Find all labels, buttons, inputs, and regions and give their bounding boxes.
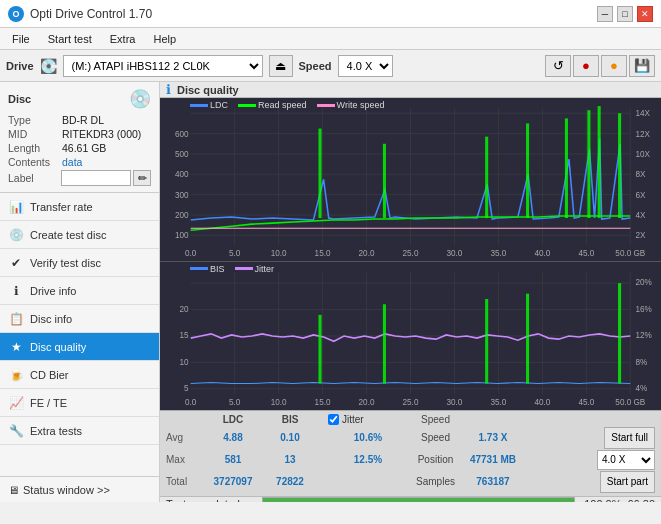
menu-bar: File Start test Extra Help — [0, 28, 661, 50]
bis-legend-color — [190, 267, 208, 270]
avg-bis: 0.10 — [264, 432, 316, 443]
samples-label: Samples — [408, 476, 463, 487]
svg-rect-68 — [485, 299, 488, 384]
svg-text:0.0: 0.0 — [185, 396, 197, 406]
fe-te-icon: 📈 — [8, 395, 24, 411]
menu-start-test[interactable]: Start test — [40, 31, 100, 47]
jitter-legend-color — [235, 267, 253, 270]
start-part-button[interactable]: Start part — [600, 471, 655, 493]
svg-text:25.0: 25.0 — [403, 396, 419, 406]
sidebar-item-create-test-disc[interactable]: 💿 Create test disc — [0, 221, 159, 249]
drive-info-icon: ℹ — [8, 283, 24, 299]
maximize-button[interactable]: □ — [617, 6, 633, 22]
svg-text:200: 200 — [175, 211, 189, 220]
jitter-label: Jitter — [342, 414, 364, 425]
status-window-icon: 🖥 — [8, 484, 19, 496]
svg-text:45.0: 45.0 — [578, 396, 594, 406]
verify-test-disc-icon: ✔ — [8, 255, 24, 271]
save-button[interactable]: 💾 — [629, 55, 655, 77]
sidebar-item-transfer-rate[interactable]: 📊 Transfer rate — [0, 193, 159, 221]
svg-text:10: 10 — [180, 356, 189, 366]
disc-red-button[interactable]: ● — [573, 55, 599, 77]
sidebar-item-drive-info[interactable]: ℹ Drive info — [0, 277, 159, 305]
sidebar-item-verify-test-disc[interactable]: ✔ Verify test disc — [0, 249, 159, 277]
speed-value: 1.73 X — [463, 432, 523, 443]
svg-text:40.0: 40.0 — [534, 396, 550, 406]
svg-rect-47 — [587, 110, 590, 218]
mid-value: RITEKDR3 (000) — [62, 128, 141, 140]
svg-text:2X: 2X — [635, 231, 646, 240]
svg-text:20%: 20% — [635, 277, 652, 287]
extra-tests-label: Extra tests — [30, 425, 82, 437]
disc-quality-icon: ★ — [8, 339, 24, 355]
svg-text:12%: 12% — [635, 330, 652, 340]
svg-rect-66 — [318, 315, 321, 384]
stats-speed-dropdown[interactable]: 4.0 X — [597, 450, 655, 470]
read-speed-legend: Read speed — [238, 100, 307, 110]
bottom-chart: BIS Jitter — [160, 262, 661, 410]
progress-percent: 100.0% — [581, 498, 621, 502]
avg-row-label: Avg — [166, 432, 202, 443]
disc-panel-icon: 💿 — [129, 88, 151, 110]
type-value: BD-R DL — [62, 114, 104, 126]
start-full-button[interactable]: Start full — [604, 427, 655, 449]
menu-file[interactable]: File — [4, 31, 38, 47]
svg-rect-44 — [485, 137, 488, 218]
create-test-disc-icon: 💿 — [8, 227, 24, 243]
bottom-chart-svg: 5 10 15 20 4% 8% 12% 16% 20% 0.0 5.0 10.… — [160, 262, 661, 410]
refresh-button[interactable]: ↺ — [545, 55, 571, 77]
avg-ldc: 4.88 — [202, 432, 264, 443]
svg-text:10.0: 10.0 — [271, 249, 287, 258]
speed-select[interactable]: 4.0 X — [338, 55, 393, 77]
svg-rect-48 — [598, 106, 601, 218]
jitter-checkbox[interactable] — [328, 414, 339, 425]
stats-bar: LDC BIS Jitter Speed Avg 4.88 0.10 10.6%… — [160, 410, 661, 496]
sidebar-item-disc-info[interactable]: 📋 Disc info — [0, 305, 159, 333]
extra-tests-icon: 🔧 — [8, 423, 24, 439]
svg-rect-43 — [383, 144, 386, 218]
transfer-rate-label: Transfer rate — [30, 201, 93, 213]
disc-quality-header: ℹ Disc quality — [160, 82, 661, 98]
speed-col-header: Speed — [408, 414, 463, 425]
svg-rect-45 — [526, 123, 529, 218]
avg-jitter: 10.6% — [328, 432, 408, 443]
position-value: 47731 MB — [463, 454, 523, 465]
sidebar-item-disc-quality[interactable]: ★ Disc quality — [0, 333, 159, 361]
status-window-button[interactable]: 🖥 Status window >> — [0, 476, 159, 502]
label-edit-button[interactable]: ✏ — [133, 170, 151, 186]
sidebar-item-cd-bier[interactable]: 🍺 CD Bier — [0, 361, 159, 389]
svg-text:25.0: 25.0 — [403, 249, 419, 258]
svg-rect-67 — [383, 304, 386, 383]
disc-panel: Disc 💿 Type BD-R DL MID RITEKDR3 (000) L… — [0, 82, 159, 193]
top-chart: LDC Read speed Write speed — [160, 98, 661, 261]
svg-text:35.0: 35.0 — [490, 249, 506, 258]
disc-info-label: Disc info — [30, 313, 72, 325]
disc-orange-button[interactable]: ● — [601, 55, 627, 77]
contents-value: data — [62, 156, 82, 168]
progress-track — [262, 497, 575, 502]
type-label: Type — [8, 114, 62, 126]
svg-text:10.0: 10.0 — [271, 396, 287, 406]
svg-text:4%: 4% — [635, 383, 647, 393]
app-title: Opti Drive Control 1.70 — [30, 7, 152, 21]
ldc-legend: LDC — [190, 100, 228, 110]
drive-select[interactable]: (M:) ATAPI iHBS112 2 CL0K — [63, 55, 263, 77]
label-input[interactable] — [61, 170, 131, 186]
svg-text:100: 100 — [175, 231, 189, 240]
jitter-legend: Jitter — [235, 264, 275, 274]
drive-icon: 💽 — [40, 58, 57, 74]
sidebar-item-extra-tests[interactable]: 🔧 Extra tests — [0, 417, 159, 445]
menu-help[interactable]: Help — [145, 31, 184, 47]
app-icon: O — [8, 6, 24, 22]
write-speed-legend-color — [317, 104, 335, 107]
svg-text:600: 600 — [175, 130, 189, 139]
sidebar-item-fe-te[interactable]: 📈 FE / TE — [0, 389, 159, 417]
position-label: Position — [408, 454, 463, 465]
svg-text:15.0: 15.0 — [315, 396, 331, 406]
fe-te-label: FE / TE — [30, 397, 67, 409]
time-remaining: 66:30 — [627, 498, 655, 502]
close-button[interactable]: ✕ — [637, 6, 653, 22]
minimize-button[interactable]: ─ — [597, 6, 613, 22]
menu-extra[interactable]: Extra — [102, 31, 144, 47]
eject-button[interactable]: ⏏ — [269, 55, 293, 77]
